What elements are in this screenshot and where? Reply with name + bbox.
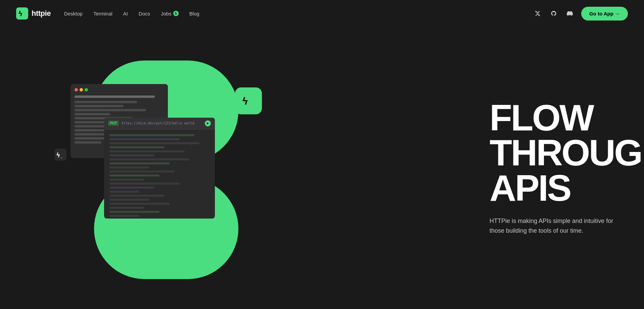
app-icon-large: ϟ bbox=[235, 87, 262, 114]
hero-illustration: ϟ _ PUT https://dice.dev/put/123/hello w… bbox=[54, 50, 289, 286]
terminal-line bbox=[75, 95, 155, 98]
terminal-line bbox=[109, 175, 159, 177]
nav-docs[interactable]: Docs bbox=[139, 11, 150, 16]
svg-text:ϟ: ϟ bbox=[242, 96, 248, 107]
svg-text:ϟ: ϟ bbox=[56, 152, 60, 159]
terminal-line bbox=[109, 215, 139, 217]
terminal-line bbox=[109, 134, 194, 136]
svg-text:ϟ: ϟ bbox=[18, 10, 22, 17]
terminal-line bbox=[109, 195, 165, 197]
nav-jobs[interactable]: Jobs 5 bbox=[161, 11, 179, 16]
terminal-dots bbox=[75, 88, 164, 91]
dot-green bbox=[85, 88, 88, 91]
terminal-line bbox=[109, 138, 180, 140]
terminal-line bbox=[109, 199, 149, 201]
hero-heading: FLOW THROUGH APIs bbox=[490, 100, 617, 206]
nav-social-icons bbox=[533, 9, 574, 18]
terminal-line bbox=[109, 146, 165, 148]
run-button[interactable]: ▶ bbox=[205, 120, 211, 126]
twitter-icon[interactable] bbox=[533, 9, 542, 18]
jobs-badge-count: 5 bbox=[173, 11, 179, 16]
terminal-line bbox=[75, 101, 137, 103]
method-badge: PUT bbox=[108, 121, 119, 126]
terminal-line bbox=[109, 150, 185, 152]
navigation: ϟ httpie Desktop Terminal AI Docs Jobs 5… bbox=[0, 0, 644, 27]
terminal-line bbox=[109, 191, 139, 193]
terminal-line bbox=[75, 109, 146, 111]
terminal-line bbox=[109, 154, 154, 156]
terminal-line bbox=[75, 129, 106, 131]
terminal-line bbox=[109, 207, 144, 209]
hero-subtext: HTTPie is making APIs simple and intuiti… bbox=[490, 216, 617, 236]
terminal-line bbox=[109, 183, 180, 185]
dot-red bbox=[75, 88, 78, 91]
terminal-line bbox=[109, 142, 199, 144]
terminal-line bbox=[109, 203, 170, 205]
nav-ai[interactable]: AI bbox=[123, 11, 128, 16]
terminal-line bbox=[109, 187, 154, 189]
dot-yellow bbox=[80, 88, 83, 91]
discord-icon[interactable] bbox=[565, 9, 574, 18]
terminal-line bbox=[109, 211, 159, 213]
terminal-line bbox=[109, 158, 189, 160]
logo-text: httpie bbox=[32, 9, 51, 18]
nav-links: Desktop Terminal AI Docs Jobs 5 Blog bbox=[64, 11, 533, 16]
nav-terminal[interactable]: Terminal bbox=[93, 11, 112, 16]
logo-link[interactable]: ϟ httpie bbox=[16, 7, 51, 20]
terminal-header: PUT https://dice.dev/put/123/hello world… bbox=[104, 118, 215, 129]
terminal-body bbox=[104, 129, 215, 219]
svg-text:_: _ bbox=[60, 154, 63, 158]
go-to-app-button[interactable]: Go to App → bbox=[581, 7, 628, 21]
terminal-line bbox=[109, 170, 175, 172]
nav-desktop[interactable]: Desktop bbox=[64, 11, 83, 16]
nav-blog[interactable]: Blog bbox=[189, 11, 199, 16]
terminal-line bbox=[75, 141, 101, 144]
logo-icon: ϟ bbox=[16, 7, 28, 20]
terminal-line bbox=[75, 113, 110, 115]
hero-section: ϟ _ PUT https://dice.dev/put/123/hello w… bbox=[0, 27, 644, 309]
app-icon-small: ϟ _ bbox=[50, 145, 71, 165]
terminal-front: PUT https://dice.dev/put/123/hello world… bbox=[104, 118, 215, 219]
terminal-line bbox=[75, 105, 124, 107]
terminal-line bbox=[109, 179, 144, 181]
github-icon[interactable] bbox=[549, 9, 558, 18]
terminal-line bbox=[109, 166, 149, 168]
hero-text-block: FLOW THROUGH APIs HTTPie is making APIs … bbox=[490, 100, 617, 236]
terminal-url: https://dice.dev/put/123/hello world bbox=[122, 121, 194, 125]
terminal-line bbox=[109, 162, 170, 164]
